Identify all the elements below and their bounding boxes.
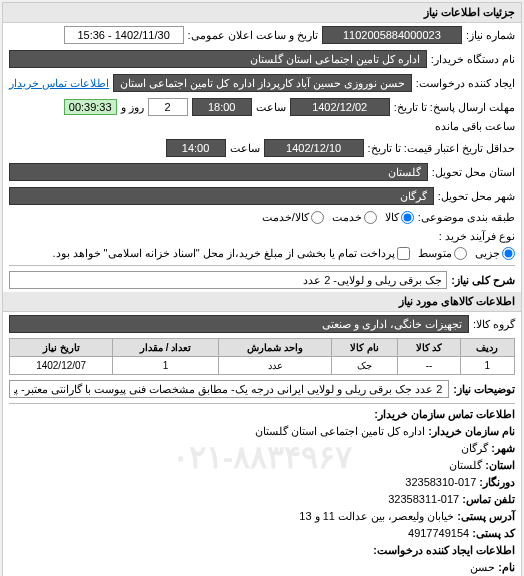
delivery-city-input[interactable] [9, 187, 434, 205]
th-date: تاریخ نیاز [10, 339, 113, 357]
cell-name: جک [332, 357, 398, 375]
valid-until-label: حداقل تاریخ اعتبار قیمت: تا تاریخ: [368, 142, 515, 155]
cell-qty: 1 [113, 357, 219, 375]
table-row[interactable]: 1 -- جک عدد 1 1402/12/07 [10, 357, 515, 375]
contact-fname-label: نام: [498, 561, 515, 573]
page-title: جزئیات اطلاعات نیاز [3, 3, 521, 23]
need-title-input[interactable] [9, 271, 447, 289]
goods-group-input[interactable] [9, 315, 469, 333]
countdown-timer: 00:39:33 [64, 99, 117, 115]
request-creator-label: ایجاد کننده درخواست: [416, 77, 515, 90]
announce-label: تاریخ و ساعت اعلان عمومی: [188, 29, 318, 42]
cell-date: 1402/12/07 [10, 357, 113, 375]
valid-time-input[interactable] [166, 139, 226, 157]
remaining-label: ساعت باقی مانده [435, 120, 515, 133]
radio-medium-label: متوسط [418, 247, 452, 260]
th-row: ردیف [460, 339, 514, 357]
radio-goods-label: کالا [385, 211, 399, 224]
cell-unit: عدد [218, 357, 331, 375]
contact-city-label: شهر: [491, 442, 515, 454]
cell-row: 1 [460, 357, 514, 375]
delivery-province-label: استان محل تحویل: [432, 166, 515, 179]
contact-province-label: استان: [485, 459, 515, 471]
request-number-label: شماره نیاز: [466, 29, 515, 42]
th-name: نام کالا [332, 339, 398, 357]
th-qty: تعداد / مقدار [113, 339, 219, 357]
goods-section-title: اطلاعات کالاهای مورد نیاز [3, 292, 521, 312]
purchase-type-label: نوع فرآیند خرید : [439, 230, 515, 243]
contact-fax: 017-32358310 [405, 476, 476, 488]
delivery-province-input[interactable] [9, 163, 428, 181]
radio-service[interactable]: خدمت [332, 211, 377, 224]
time-label-1: ساعت [256, 101, 286, 114]
request-creator-input[interactable] [113, 74, 412, 92]
radio-both[interactable]: کالا/خدمت [262, 211, 324, 224]
buyer-org-label: نام دستگاه خریدار: [431, 53, 515, 66]
th-code: کد کالا [398, 339, 461, 357]
contact-org: اداره کل تامین اجتماعی استان گلستان [255, 425, 425, 437]
contact-phone: 017-32358311 [388, 493, 459, 505]
contact-address: خیابان ولیعصر، بین عدالت 11 و 13 [299, 510, 454, 522]
contact-phone-label: تلفن تماس: [462, 493, 515, 505]
goods-desc-input[interactable] [9, 380, 449, 398]
need-title-label: شرح کلی نیاز: [451, 274, 515, 287]
contact-org-label: نام سازمان خریدار: [428, 425, 515, 437]
th-unit: واحد شمارش [218, 339, 331, 357]
response-deadline-label: مهلت ارسال پاسخ: تا تاریخ: [394, 101, 515, 114]
contact-province: گلستان [449, 459, 482, 471]
contact-postal: 4917749154 [408, 527, 469, 539]
contact-fax-label: دورنگار: [479, 476, 515, 488]
announce-date-input[interactable] [64, 26, 184, 44]
contact-postal-label: کد پستی: [472, 527, 515, 539]
request-number-input[interactable] [322, 26, 462, 44]
radio-small[interactable]: جزیی [475, 247, 515, 260]
contact-fname: حسن [470, 561, 495, 573]
buyer-org-input[interactable] [9, 50, 427, 68]
check-payment-note[interactable]: پرداخت تمام یا بخشی از مبلغ خرید،از محل … [52, 247, 410, 260]
contact-section-title: اطلاعات تماس سازمان خریدار: [374, 408, 515, 420]
valid-date-input[interactable] [264, 139, 364, 157]
radio-both-label: کالا/خدمت [262, 211, 309, 224]
buyer-contact-link[interactable]: اطلاعات تماس خریدار [9, 77, 109, 90]
delivery-city-label: شهر محل تحویل: [438, 190, 515, 203]
category-label: طبقه بندی موضوعی: [418, 211, 515, 224]
day-label: روز و [121, 101, 144, 114]
payment-note-label: پرداخت تمام یا بخشی از مبلغ خرید،از محل … [52, 247, 395, 260]
radio-small-label: جزیی [475, 247, 500, 260]
cell-code: -- [398, 357, 461, 375]
contact-address-label: آدرس پستی: [457, 510, 515, 522]
creator-section-title: اطلاعات ایجاد کننده درخواست: [373, 544, 515, 556]
response-time-input[interactable] [192, 98, 252, 116]
response-date-input[interactable] [290, 98, 390, 116]
contact-city: گرگان [461, 442, 488, 454]
goods-group-label: گروه کالا: [473, 318, 515, 331]
goods-table: ردیف کد کالا نام کالا واحد شمارش تعداد /… [9, 338, 515, 375]
radio-medium[interactable]: متوسط [418, 247, 467, 260]
days-remaining-input[interactable] [148, 98, 188, 116]
radio-service-label: خدمت [332, 211, 362, 224]
goods-desc-label: توضیحات نیاز: [453, 383, 515, 396]
radio-goods[interactable]: کالا [385, 211, 414, 224]
time-label-2: ساعت [230, 142, 260, 155]
